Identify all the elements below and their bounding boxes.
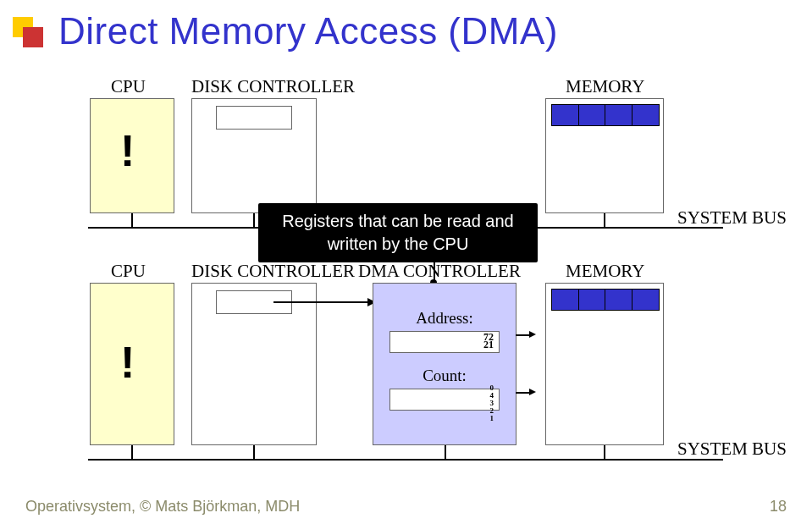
exclaim-icon: ! xyxy=(120,125,135,176)
page-number: 18 xyxy=(770,498,787,516)
page-title: Direct Memory Access (DMA) xyxy=(58,10,558,52)
disk-controller-label: DISK CONTROLLER xyxy=(191,261,355,282)
memory-box xyxy=(545,98,664,213)
dma-controller-label: DMA CONTROLLER xyxy=(358,261,521,282)
disk-controller-box xyxy=(191,283,317,445)
arrow-line xyxy=(273,301,373,303)
slide-title-row: Direct Memory Access (DMA) xyxy=(13,10,558,52)
disk-controller-label: DISK CONTROLLER xyxy=(191,76,355,97)
title-ornament-icon xyxy=(13,17,43,47)
address-label: Address: xyxy=(416,309,473,328)
cpu-label: CPU xyxy=(111,261,146,282)
system-bus-label: SYSTEM BUS xyxy=(677,439,787,460)
disk-controller-box xyxy=(191,98,317,213)
footer: Operativsystem, © Mats Björkman, MDH 18 xyxy=(25,498,787,516)
memory-cells xyxy=(551,289,658,311)
memory-cells xyxy=(551,104,658,126)
disk-buffer xyxy=(216,106,292,130)
callout-text: Registers that can be read and written b… xyxy=(282,212,514,253)
system-bus-label: SYSTEM BUS xyxy=(677,207,787,229)
memory-label: MEMORY xyxy=(566,76,644,97)
memory-box xyxy=(545,283,664,445)
address-field: 72 21 xyxy=(389,331,500,353)
count-label: Count: xyxy=(423,367,467,385)
memory-label: MEMORY xyxy=(566,261,644,282)
system-bus-line xyxy=(88,459,723,461)
count-field: 0 4 3 2 1 xyxy=(389,389,500,411)
exclaim-icon: ! xyxy=(120,337,135,388)
dma-controller-box: Address: 72 21 Count: 0 4 3 2 1 xyxy=(373,283,516,445)
diagram-bottom: CPU ! DISK CONTROLLER DMA CONTROLLER Add… xyxy=(59,261,787,471)
cpu-label: CPU xyxy=(111,76,146,97)
footer-left: Operativsystem, © Mats Björkman, MDH xyxy=(25,498,300,516)
callout-box: Registers that can be read and written b… xyxy=(258,203,538,262)
